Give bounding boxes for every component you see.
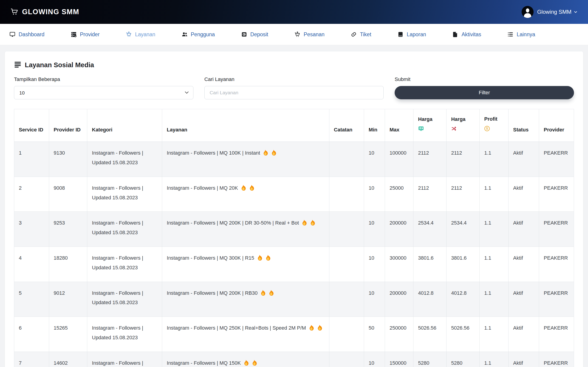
cell-harga2: 5280 <box>447 352 480 367</box>
cell-profit: 1.1 <box>480 212 509 247</box>
cell-harga1: 2112 <box>414 142 447 177</box>
cell-kategori: Instagram - Followers | Updated 15.08.20… <box>87 317 162 352</box>
cell-provider-id: 9253 <box>49 212 87 247</box>
cell-min: 10 <box>364 177 385 212</box>
cell-min: 10 <box>364 142 385 177</box>
cell-layanan: Instagram - Followers | MQ 100K | Instan… <box>162 142 329 177</box>
list-icon <box>14 60 21 69</box>
cell-status: Aktif <box>508 317 539 352</box>
cell-catatan <box>329 212 364 247</box>
cart-plus-icon <box>294 31 301 38</box>
nav-item-provider[interactable]: 0 Provider <box>70 31 100 38</box>
fire-icon <box>268 289 274 299</box>
col-harga-1: Harga <box>414 109 447 142</box>
page-title: Layanan Sosial Media <box>14 60 574 69</box>
cell-catatan <box>329 247 364 282</box>
cell-min: 10 <box>364 212 385 247</box>
search-label: Cari Layanan <box>204 76 384 82</box>
cell-harga1: 5026.56 <box>414 317 447 352</box>
cell-kategori: Instagram - Followers | Updated 15.08.20… <box>87 142 162 177</box>
cell-harga2: 5026.56 <box>447 317 480 352</box>
app-header: GLOWING SMM Glowing SMM <box>0 0 588 24</box>
cell-catatan <box>329 352 364 367</box>
nav-item-pesanan[interactable]: Pesanan <box>294 31 325 38</box>
cell-profit: 1.1 <box>480 352 509 367</box>
filter-button[interactable]: Filter <box>395 86 574 99</box>
cart-icon <box>10 8 18 16</box>
fire-icon <box>308 324 314 334</box>
cell-status: Aktif <box>508 352 539 367</box>
cell-profit: 1.1 <box>480 142 509 177</box>
nav-item-laporan[interactable]: Laporan <box>397 31 426 38</box>
cell-layanan: Instagram - Followers | MQ 300K | R15 <box>162 247 329 282</box>
fire-icon <box>251 359 257 367</box>
col-service-id: Service ID <box>14 109 49 142</box>
filter-bar: Tampilkan Beberapa 10 Cari Layanan Submi… <box>14 76 574 99</box>
price-card-icon <box>418 126 442 134</box>
cell-status: Aktif <box>508 212 539 247</box>
user-menu[interactable]: Glowing SMM <box>522 6 578 18</box>
nav-item-deposit[interactable]: Deposit <box>241 31 268 38</box>
fire-icon <box>259 289 266 299</box>
cell-harga1: 5280 <box>414 352 447 367</box>
svg-text:0: 0 <box>75 35 76 37</box>
cell-kategori: Instagram - Followers | Updated 15.08.20… <box>87 247 162 282</box>
table-header-row: Service ID Provider ID Kategori Layanan … <box>14 109 574 142</box>
cell-provider: PEAKERR <box>539 212 574 247</box>
fire-icon <box>301 219 307 229</box>
nav-item-dashboard[interactable]: Dashboard <box>9 31 44 38</box>
nav-item-tiket[interactable]: Tiket <box>351 31 371 38</box>
table-row: 29008Instagram - Followers | Updated 15.… <box>14 177 574 212</box>
cell-provider: PEAKERR <box>539 177 574 212</box>
cell-kategori: Instagram - Followers | Updated 15.08.20… <box>87 212 162 247</box>
server-icon: 0 <box>70 31 77 38</box>
show-entries-select[interactable]: 10 <box>14 86 193 99</box>
col-status: Status <box>508 109 539 142</box>
cell-status: Aktif <box>508 177 539 212</box>
cell-layanan: Instagram - Followers | MQ 200K | RB30 <box>162 282 329 317</box>
cell-max: 200000 <box>385 212 414 247</box>
cell-max: 250000 <box>385 317 414 352</box>
avatar[interactable] <box>522 6 534 18</box>
cell-layanan: Instagram - Followers | MQ 20K <box>162 177 329 212</box>
cell-layanan: Instagram - Followers | MQ 250K | Real+B… <box>162 317 329 352</box>
nav-item-layanan[interactable]: Layanan <box>126 31 155 38</box>
fire-icon <box>248 184 254 194</box>
cell-profit: 1.1 <box>480 247 509 282</box>
show-entries-label: Tampilkan Beberapa <box>14 76 193 82</box>
nav-item-pengguna[interactable]: Pengguna <box>182 31 215 38</box>
cell-status: Aktif <box>508 142 539 177</box>
fire-icon <box>309 219 315 229</box>
cell-min: 10 <box>364 352 385 367</box>
cell-provider-id: 9012 <box>49 282 87 317</box>
cell-harga2: 4012.8 <box>447 282 480 317</box>
nav-item-aktivitas[interactable]: Aktivitas <box>452 31 481 38</box>
cell-min: 50 <box>364 317 385 352</box>
table-row: 615265Instagram - Followers | Updated 15… <box>14 317 574 352</box>
col-provider-id: Provider ID <box>49 109 87 142</box>
cell-harga2: 3801.6 <box>447 247 480 282</box>
main-nav: Dashboard 0 Provider <box>0 24 588 45</box>
user-label: Glowing SMM <box>537 9 571 15</box>
col-min: Min <box>364 109 385 142</box>
brand-title: GLOWING SMM <box>22 8 79 16</box>
brand: GLOWING SMM <box>10 8 79 16</box>
fire-icon <box>270 149 277 159</box>
submit-group: Submit Filter <box>395 76 574 99</box>
book-icon <box>397 31 404 38</box>
cell-profit: 1.1 <box>480 282 509 317</box>
cart-plus-icon <box>126 31 132 38</box>
nav-item-lainnya[interactable]: Lainnya <box>507 31 535 38</box>
dollar-coin-icon: $ <box>484 126 504 134</box>
search-input[interactable] <box>204 86 384 99</box>
cell-service-id: 1 <box>14 142 49 177</box>
cell-catatan <box>329 317 364 352</box>
cell-service-id: 6 <box>14 317 49 352</box>
users-icon <box>182 31 188 38</box>
cell-provider-id: 15265 <box>49 317 87 352</box>
cell-service-id: 5 <box>14 282 49 317</box>
cell-max: 25000 <box>385 177 414 212</box>
cell-layanan: Instagram - Followers | MQ 200K | DR 30-… <box>162 212 329 247</box>
cell-max: 100000 <box>385 142 414 177</box>
cell-max: 300000 <box>385 247 414 282</box>
